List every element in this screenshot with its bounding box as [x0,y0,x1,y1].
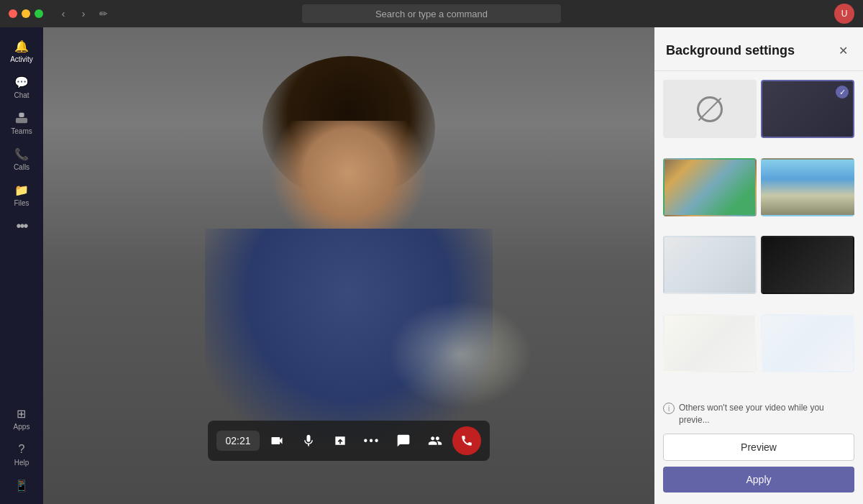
sidebar-item-chat[interactable]: 💬 Chat [0,69,43,105]
sidebar-item-teams[interactable]: Teams [0,105,43,141]
sidebar-item-help[interactable]: ? Help [14,436,30,472]
files-icon: 📁 [14,183,29,197]
search-bar[interactable]: Search or type a command [302,4,561,23]
teams-icon [14,111,29,125]
sidebar-item-files[interactable]: 📁 Files [0,177,43,213]
close-window-button[interactable] [9,9,17,18]
traffic-lights [9,9,43,18]
info-text: Others won't see your video while you pr… [679,402,854,426]
video-toggle-button[interactable] [262,426,291,455]
back-button[interactable]: ‹ [55,5,72,22]
sidebar: 🔔 Activity 💬 Chat Teams 📞 Calls 📁 Files [0,27,43,504]
bg-thumb-white1[interactable] [663,236,757,294]
bg-thumb-dark2[interactable] [761,236,854,294]
light-effect [388,301,532,408]
more-icon: ••• [14,219,29,233]
more-options-button[interactable]: ••• [357,426,386,455]
help-icon: ? [14,442,29,457]
preview-button[interactable]: Preview [663,434,854,461]
panel-footer: i Others won't see your video while you … [654,396,863,504]
video-area: 02:21 ••• [43,27,654,504]
info-row: i Others won't see your video while you … [663,402,854,426]
close-panel-button[interactable]: ✕ [834,42,851,59]
sidebar-item-activity[interactable]: 🔔 Activity [0,33,43,69]
panel-title: Background settings [666,43,795,58]
share-screen-button[interactable] [326,426,355,455]
search-placeholder: Search or type a command [375,9,488,19]
sidebar-item-label-calls: Calls [14,163,29,171]
sidebar-item-label-apps: Apps [14,423,30,431]
sidebar-item-label-teams: Teams [11,127,32,135]
maximize-window-button[interactable] [35,9,43,18]
controls-bar: 02:21 ••• [208,421,490,461]
device-icon: 📱 [14,478,29,492]
sidebar-item-label-help: Help [14,459,29,467]
svg-rect-0 [19,113,24,117]
title-bar: ‹ › ✏ Search or type a command U [0,0,863,27]
bg-thumb-outdoor[interactable] [761,158,854,216]
minimize-window-button[interactable] [22,9,30,18]
bg-thumb-none[interactable] [663,80,757,138]
main-layout: 🔔 Activity 💬 Chat Teams 📞 Calls 📁 Files [0,27,863,504]
sidebar-item-apps[interactable]: ⊞ Apps [14,400,30,436]
svg-rect-1 [16,118,27,123]
apps-icon: ⊞ [14,406,29,421]
user-avatar[interactable]: U [834,4,854,24]
chat-icon: 💬 [14,75,29,89]
participants-button[interactable] [421,426,449,455]
sidebar-item-label-chat: Chat [14,91,29,99]
forward-button[interactable]: › [75,5,92,22]
calls-icon: 📞 [14,147,29,161]
call-timer: 02:21 [216,431,260,451]
bg-thumb-white2[interactable] [663,314,757,372]
panel-header: Background settings ✕ [654,27,863,71]
mic-toggle-button[interactable] [294,426,323,455]
apply-button[interactable]: Apply [663,467,854,492]
background-settings-panel: Background settings ✕ ✓ [654,27,863,504]
sidebar-bottom: ⊞ Apps ? Help 📱 [14,400,30,504]
bg-thumb-dark[interactable]: ✓ [761,80,854,138]
chat-button[interactable] [389,426,418,455]
selected-check-icon: ✓ [836,86,849,98]
bg-thumb-white3[interactable] [761,314,854,372]
background-grid: ✓ [654,71,863,396]
no-background-icon [697,96,723,122]
end-call-button[interactable] [452,426,481,455]
sidebar-item-label-files: Files [14,199,29,207]
nav-buttons: ‹ › ✏ [55,5,112,22]
sidebar-item-calls[interactable]: 📞 Calls [0,141,43,177]
sidebar-item-more[interactable]: ••• [0,213,43,239]
sidebar-item-label-activity: Activity [10,55,33,63]
activity-icon: 🔔 [14,39,29,53]
bg-thumb-office1[interactable] [663,158,757,216]
compose-button[interactable]: ✏ [95,5,112,22]
sidebar-item-device[interactable]: 📱 [14,472,30,498]
info-icon: i [663,403,675,414]
